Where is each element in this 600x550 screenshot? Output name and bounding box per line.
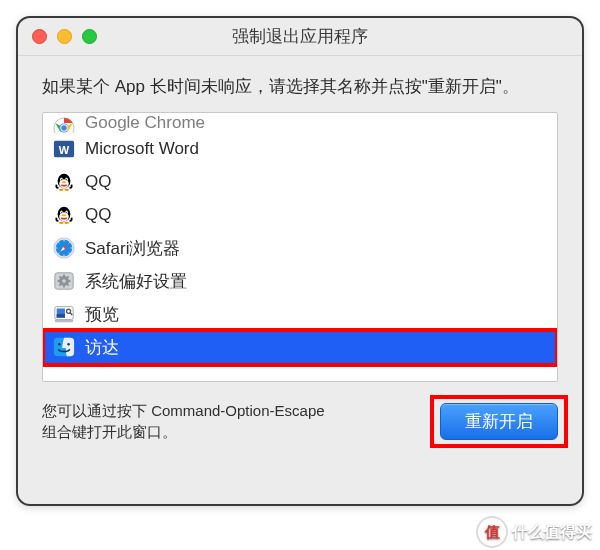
app-name: Microsoft Word xyxy=(85,139,199,159)
zoom-icon[interactable] xyxy=(82,29,97,44)
svg-text:W: W xyxy=(59,144,70,156)
minimize-icon[interactable] xyxy=(57,29,72,44)
app-name: 访达 xyxy=(85,336,119,359)
svg-point-14 xyxy=(64,189,69,191)
instruction-text: 如果某个 App 长时间未响应，请选择其名称并点按"重新开启"。 xyxy=(42,74,558,100)
chrome-icon xyxy=(53,117,75,133)
list-item[interactable]: Google Chrome xyxy=(43,113,557,133)
list-item[interactable]: Safari浏览器 xyxy=(43,232,557,265)
svg-point-13 xyxy=(59,189,64,191)
preview-icon xyxy=(53,303,75,325)
svg-point-10 xyxy=(61,179,62,180)
watermark-badge-icon: 值 xyxy=(478,518,506,546)
svg-point-11 xyxy=(66,179,67,180)
svg-point-19 xyxy=(61,212,62,213)
svg-point-3 xyxy=(61,125,67,131)
sysprefs-icon xyxy=(53,270,75,292)
svg-point-20 xyxy=(66,212,67,213)
shortcut-hint: 您可以通过按下 Command-Option-Escape 组合键打开此窗口。 xyxy=(42,400,325,444)
watermark-text: 什么值得买 xyxy=(512,522,592,543)
app-name: Google Chrome xyxy=(85,113,205,133)
list-item[interactable]: WMicrosoft Word xyxy=(43,133,557,166)
app-list: Google ChromeWMicrosoft WordQQQQSafari浏览… xyxy=(42,112,558,382)
app-name: QQ xyxy=(85,172,111,192)
safari-icon xyxy=(53,237,75,259)
svg-point-23 xyxy=(64,222,69,224)
watermark: 值 什么值得买 xyxy=(478,518,592,546)
svg-point-22 xyxy=(59,222,64,224)
qq-icon xyxy=(53,204,75,226)
list-item[interactable]: 系统偏好设置 xyxy=(43,265,557,298)
relaunch-button[interactable]: 重新开启 xyxy=(440,403,558,440)
qq-icon xyxy=(53,171,75,193)
window-title: 强制退出应用程序 xyxy=(18,25,582,48)
svg-point-12 xyxy=(62,181,67,183)
force-quit-window: 强制退出应用程序 如果某个 App 长时间未响应，请选择其名称并点按"重新开启"… xyxy=(16,16,584,506)
svg-rect-31 xyxy=(57,314,65,318)
close-icon[interactable] xyxy=(32,29,47,44)
svg-point-28 xyxy=(62,279,66,283)
app-name: Safari浏览器 xyxy=(85,237,180,260)
titlebar: 强制退出应用程序 xyxy=(18,18,582,56)
app-name: 预览 xyxy=(85,303,119,326)
svg-rect-33 xyxy=(55,320,73,323)
svg-point-21 xyxy=(62,214,67,216)
svg-point-36 xyxy=(67,343,69,345)
app-name: 系统偏好设置 xyxy=(85,270,187,293)
word-icon: W xyxy=(53,138,75,160)
list-item[interactable]: QQ xyxy=(43,199,557,232)
app-name: QQ xyxy=(85,205,111,225)
list-item[interactable]: QQ xyxy=(43,166,557,199)
list-item[interactable]: 访达 xyxy=(43,331,557,364)
finder-icon xyxy=(53,336,75,358)
list-item[interactable]: 预览 xyxy=(43,298,557,331)
svg-point-35 xyxy=(58,343,60,345)
